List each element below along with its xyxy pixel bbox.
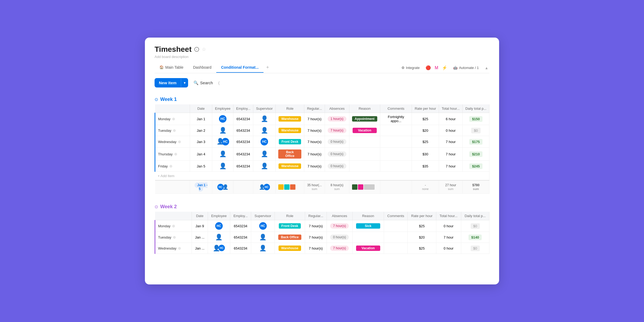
avatar-icon-3: ⚡ bbox=[442, 65, 447, 70]
comments-cell bbox=[384, 220, 408, 232]
week2-section: ⊙ Week 2 Date Employee Employ... Supervi… bbox=[145, 200, 499, 254]
absences-cell: 0 hour(s) bbox=[325, 161, 349, 172]
add-row-icon[interactable]: ⊕ bbox=[169, 164, 173, 168]
employee-avatar: 👤 bbox=[219, 127, 226, 134]
daily-total-cell: $0 bbox=[461, 243, 489, 254]
app-container: Timesheet i ☆ Add board description 🏠 Ma… bbox=[145, 38, 499, 284]
add-item-row[interactable]: + Add Item bbox=[155, 172, 489, 181]
new-item-button[interactable]: New Item ▾ bbox=[155, 78, 188, 87]
automate-icon: 🤖 bbox=[453, 66, 458, 70]
role-cell: Back Office bbox=[275, 232, 305, 243]
reason-cell bbox=[349, 161, 380, 172]
employee-cell: 👤 bbox=[208, 232, 230, 243]
add-item-cell[interactable]: + Add Item bbox=[155, 172, 489, 181]
col-date: Date bbox=[192, 212, 208, 220]
tab-conditional-format[interactable]: Conditional Format... bbox=[216, 63, 264, 73]
role-cell: Warehouse bbox=[275, 243, 305, 254]
regular-cell: 7 hour(s) bbox=[304, 125, 325, 136]
absences-cell: 7 hour(s) bbox=[327, 243, 352, 254]
swatch-none bbox=[364, 184, 375, 190]
week2-chevron[interactable]: ⊙ bbox=[155, 204, 158, 209]
rate-cell: $25 bbox=[408, 220, 436, 232]
col-role: Role bbox=[276, 104, 304, 113]
col-rate: Rate per hour bbox=[408, 212, 436, 220]
add-row-icon[interactable]: ⊕ bbox=[178, 140, 181, 144]
swatch-vacation bbox=[358, 184, 363, 190]
collapse-icon[interactable]: ▲ bbox=[485, 66, 488, 70]
supervisor-avatar: 👤 bbox=[261, 127, 268, 134]
daily-total-badge: $0 bbox=[471, 246, 480, 251]
employee-cell: 👤 HC bbox=[208, 243, 230, 254]
tab-main-table[interactable]: 🏠 Main Table bbox=[155, 63, 188, 73]
table-row: Thursday ⊕ Jan 4 👤 6543234 👤 bbox=[155, 148, 489, 161]
col-employ-id: Employ... bbox=[233, 104, 253, 113]
col-absences: Absences bbox=[327, 212, 352, 220]
section-divider bbox=[145, 194, 499, 200]
search-button[interactable]: 🔍 Search bbox=[191, 78, 216, 87]
comments-cell bbox=[384, 243, 408, 254]
swatch-backoffice bbox=[290, 184, 295, 190]
employ-id-cell: 6543234 bbox=[233, 161, 253, 172]
add-row-icon[interactable]: ⊕ bbox=[173, 128, 176, 133]
table-row: Monday ⊕ Jan 9 HC 6543234 HC bbox=[155, 220, 489, 232]
employee-cell: 👤 bbox=[212, 125, 233, 136]
date-cell: Jan 2 bbox=[190, 125, 212, 136]
avatar-icon-2: M bbox=[435, 65, 438, 70]
daily-total-cell: $210 bbox=[463, 148, 489, 161]
tab-add-button[interactable]: + bbox=[264, 63, 272, 73]
role-badge: Back Office bbox=[278, 235, 301, 240]
total-hours-cell: 0 hour bbox=[436, 220, 461, 232]
week1-chevron[interactable]: ⊙ bbox=[155, 97, 158, 102]
employee-cell: 👤 HC bbox=[212, 136, 233, 148]
supervisor-avatar-badge: HC bbox=[261, 138, 268, 145]
summary-sup-badge: HC bbox=[264, 184, 270, 190]
reason-badge: Vacation bbox=[353, 128, 377, 133]
comments-cell bbox=[380, 161, 412, 172]
comments-cell bbox=[384, 232, 408, 243]
supervisor-cell: HC bbox=[251, 220, 275, 232]
info-icon[interactable]: i bbox=[194, 47, 199, 52]
daily-total-badge: $245 bbox=[469, 163, 482, 169]
employ-id-cell: 6543234 bbox=[233, 125, 253, 136]
day-cell: Monday ⊕ bbox=[155, 113, 190, 125]
supervisor-cell: 👤 bbox=[253, 125, 276, 136]
daily-total-cell: $140 bbox=[461, 232, 489, 243]
absence-badge: 7 hour(s) bbox=[328, 128, 346, 133]
col-rate: Rate per hour bbox=[412, 104, 439, 113]
rate-cell: $25 bbox=[412, 136, 439, 148]
paren-text: ( bbox=[218, 80, 219, 85]
comments-cell bbox=[380, 148, 412, 161]
col-employ-id: Employ... bbox=[230, 212, 251, 220]
column-headers: Date Employee Employ... Supervisor Role … bbox=[155, 104, 489, 113]
regular-cell: 7 hour(s) bbox=[304, 148, 325, 161]
add-row-icon[interactable]: ⊕ bbox=[172, 224, 175, 228]
automate-button[interactable]: 🤖 Automate / 1 bbox=[451, 65, 481, 71]
summary-employ-id bbox=[233, 180, 253, 194]
supervisor-cell: HC bbox=[253, 136, 276, 148]
title-row: Timesheet i ☆ bbox=[155, 45, 489, 54]
tab-dashboard[interactable]: Dashboard bbox=[188, 63, 216, 73]
add-row-icon[interactable]: ⊕ bbox=[173, 235, 176, 239]
summary-daily-total: $780sum bbox=[463, 180, 489, 194]
add-row-icon[interactable]: ⊕ bbox=[178, 246, 181, 250]
integrate-button[interactable]: ⚙ Integrate bbox=[399, 65, 422, 71]
board-description[interactable]: Add board description bbox=[155, 55, 489, 59]
avatar: HC bbox=[218, 245, 225, 251]
total-hours-cell: 7 hour bbox=[439, 148, 462, 161]
absence-badge: 7 hour(s) bbox=[330, 223, 349, 229]
star-icon[interactable]: ☆ bbox=[202, 46, 206, 52]
supervisor-avatar: 👤 bbox=[259, 245, 266, 252]
add-row-icon[interactable]: ⊕ bbox=[174, 152, 177, 156]
date-cell: Jan 1 bbox=[190, 113, 212, 125]
week1-header: ⊙ Week 1 bbox=[155, 93, 489, 104]
rate-cell: $25 bbox=[412, 113, 439, 125]
day-cell: Thursday ⊕ bbox=[155, 148, 190, 161]
table-row: Tuesday ⊕ Jan ... 👤 6543234 👤 bbox=[155, 232, 489, 243]
day-cell: Tuesday ⊕ bbox=[155, 232, 192, 243]
week2-header: ⊙ Week 2 bbox=[155, 200, 489, 212]
add-row-icon[interactable]: ⊕ bbox=[172, 117, 175, 121]
new-item-dropdown-icon[interactable]: ▾ bbox=[181, 79, 188, 87]
absences-cell: 0 hour(s) bbox=[327, 232, 352, 243]
role-badge: Warehouse bbox=[279, 163, 301, 169]
rate-cell: $25 bbox=[408, 243, 436, 254]
